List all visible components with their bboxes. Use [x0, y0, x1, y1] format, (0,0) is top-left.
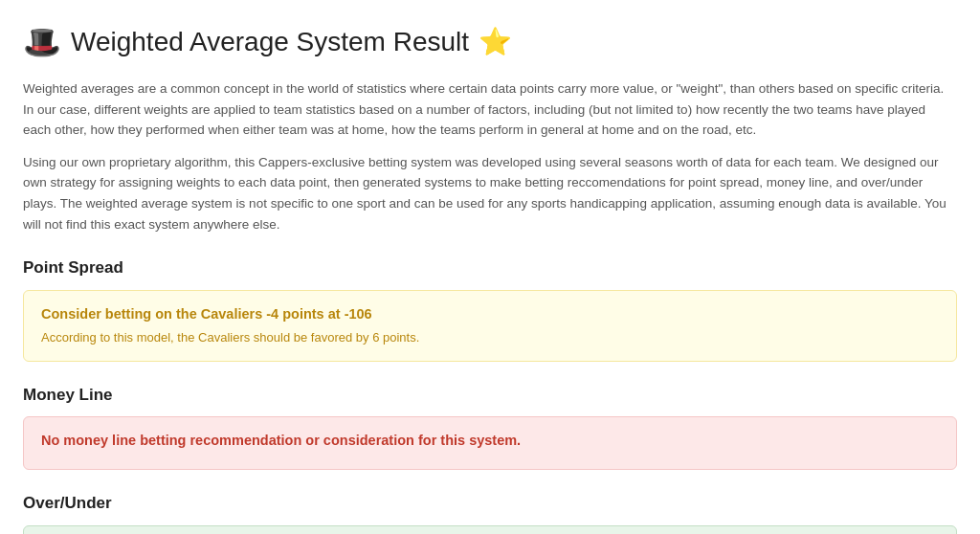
description-paragraph-2: Using our own proprietary algorithm, thi… [23, 152, 957, 234]
money-line-title: Money Line [23, 383, 957, 408]
over-under-box: Recommend betting over 215 points at -10… [23, 525, 957, 534]
hat-icon: 🎩 [23, 19, 61, 65]
money-line-box: No money line betting recommendation or … [23, 416, 957, 470]
point-spread-sub-text: According to this model, the Cavaliers s… [41, 328, 939, 347]
page-header: 🎩 Weighted Average System Result ⭐ [23, 19, 957, 65]
over-under-title: Over/Under [23, 491, 957, 516]
money-line-main-text: No money line betting recommendation or … [41, 431, 939, 452]
star-icon: ⭐ [479, 22, 512, 62]
point-spread-main-text: Consider betting on the Cavaliers -4 poi… [41, 304, 939, 325]
point-spread-box: Consider betting on the Cavaliers -4 poi… [23, 290, 957, 362]
point-spread-title: Point Spread [23, 256, 957, 280]
description-paragraph-1: Weighted averages are a common concept i… [23, 78, 957, 141]
page-title: Weighted Average System Result [71, 22, 469, 62]
